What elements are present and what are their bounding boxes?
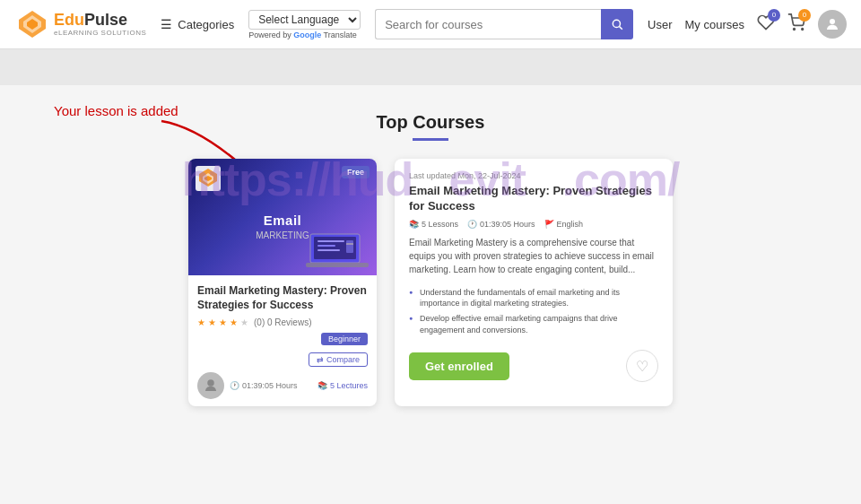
logo[interactable]: Edu Pulse eLEARNING SOLUTIONS (14, 6, 146, 42)
lessons-icon: 📚 (409, 220, 419, 229)
svg-point-8 (830, 19, 835, 24)
categories-label: Categories (178, 18, 234, 31)
logo-icon (14, 6, 50, 42)
card-logo-mini-icon (196, 166, 221, 191)
detail-bullet-2: Develop effective email marketing campai… (409, 311, 658, 337)
compare-icon: ⇄ (317, 355, 324, 364)
translate-area: Select Language Powered by Google Transl… (248, 10, 361, 39)
main-content: Your lesson is added Top Courses Free (0, 85, 861, 424)
logo-text: Edu Pulse eLEARNING SOLUTIONS (54, 12, 146, 38)
card-body: Email Marketing Mastery: Proven Strategi… (188, 275, 377, 406)
detail-lessons: 📚 5 Lessons (409, 220, 458, 229)
svg-rect-16 (306, 263, 369, 267)
detail-title: Email Marketing Mastery: Proven Strategi… (409, 184, 658, 214)
svg-rect-18 (317, 245, 335, 247)
section-underline (413, 138, 448, 141)
clock-icon: 🕐 (230, 381, 239, 390)
detail-updated: Last updated Mon, 22-Jul-2024 (409, 171, 658, 180)
svg-rect-19 (317, 249, 340, 251)
clock-detail-icon: 🕐 (467, 220, 477, 229)
user-link[interactable]: User (648, 18, 672, 31)
wishlist-button[interactable]: 0 (757, 13, 775, 36)
cart-button[interactable]: 0 (787, 13, 805, 36)
logo-edu: Edu (54, 12, 84, 30)
wishlist-heart-icon: ♡ (636, 358, 648, 375)
detail-hours: 🕐 01:39:05 Hours (467, 220, 535, 229)
search-icon (611, 18, 623, 30)
my-courses-link[interactable]: My courses (685, 18, 744, 31)
instructor-avatar-icon (203, 378, 219, 394)
course-card-image: Free Email MARKETING (188, 159, 377, 275)
search-area (375, 9, 633, 39)
logo-tagline: eLEARNING SOLUTIONS (54, 30, 146, 38)
svg-point-6 (794, 28, 796, 30)
header-right: User My courses 0 0 (648, 10, 847, 39)
categories-button[interactable]: ☰ Categories (161, 17, 234, 31)
powered-by: Powered by Google Translate (248, 30, 361, 39)
svg-line-5 (620, 27, 622, 30)
course-card: Free Email MARKETING (188, 159, 377, 406)
card-hours: 🕐 01:39:05 Hours (230, 381, 298, 390)
beginner-button[interactable]: Beginner (321, 333, 368, 345)
language-select[interactable]: Select Language (248, 10, 361, 30)
hamburger-icon: ☰ (161, 17, 172, 31)
star-2: ★ (208, 317, 216, 327)
search-button[interactable] (601, 9, 633, 39)
compare-button[interactable]: ⇄ Compare (309, 352, 368, 367)
card-lectures: 📚 5 Lectures (317, 381, 368, 390)
star-4: ★ (230, 317, 238, 327)
enroll-button[interactable]: Get enrolled (409, 352, 509, 380)
star-5: ★ (240, 317, 248, 327)
logo-pulse: Pulse (84, 12, 127, 30)
book-icon: 📚 (317, 381, 327, 390)
star-3: ★ (219, 317, 227, 327)
detail-meta: 📚 5 Lessons 🕐 01:39:05 Hours 🚩 English (409, 220, 658, 229)
star-1: ★ (197, 317, 205, 327)
free-badge: Free (342, 166, 370, 178)
detail-wishlist-button[interactable]: ♡ (626, 350, 658, 382)
detail-language: 🚩 English (544, 220, 584, 229)
detail-bullet-1: Understand the fundamentals of email mar… (409, 285, 658, 311)
instructor-avatar (197, 372, 224, 399)
detail-footer: Get enrolled ♡ (409, 350, 658, 382)
svg-rect-20 (346, 240, 353, 253)
svg-point-7 (802, 28, 804, 30)
avatar[interactable] (818, 10, 847, 39)
laptop-graphic (301, 227, 373, 272)
svg-rect-21 (346, 243, 353, 245)
svg-point-4 (613, 20, 620, 27)
review-count: (0) 0 Reviews) (254, 317, 311, 327)
subheader-bar (0, 49, 861, 85)
header: Edu Pulse eLEARNING SOLUTIONS ☰ Categori… (0, 0, 861, 49)
detail-bullets-list: Understand the fundamentals of email mar… (409, 285, 658, 337)
search-input[interactable] (375, 9, 601, 39)
flag-icon: 🚩 (544, 220, 554, 229)
wishlist-badge: 0 (768, 9, 780, 22)
cart-badge: 0 (798, 9, 811, 22)
card-actions: Beginner ⇄ Compare (197, 333, 368, 367)
svg-point-22 (207, 379, 214, 387)
user-avatar-icon (824, 16, 840, 32)
card-footer: 🕐 01:39:05 Hours 📚 5 Lectures (197, 372, 368, 399)
svg-rect-17 (317, 240, 344, 242)
detail-description: Email Marketing Mastery is a comprehensi… (409, 236, 658, 276)
star-rating-row: ★ ★ ★ ★ ★ (0) 0 Reviews) (197, 317, 368, 327)
card-title: Email Marketing Mastery: Proven Strategi… (197, 284, 368, 312)
course-detail-panel: Last updated Mon, 22-Jul-2024 Email Mark… (395, 159, 673, 406)
